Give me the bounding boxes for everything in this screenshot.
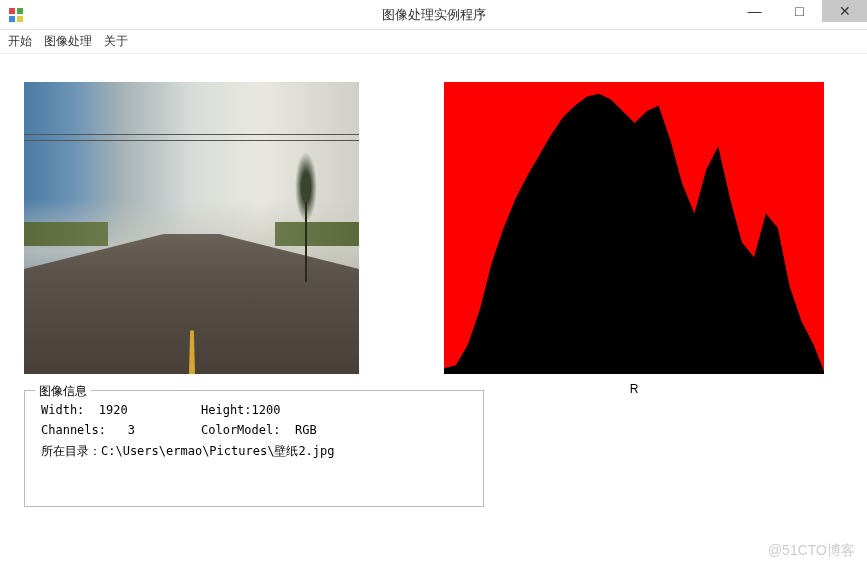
close-button[interactable]: ✕	[822, 0, 867, 22]
menu-image-process[interactable]: 图像处理	[44, 33, 92, 50]
histogram-chart	[444, 82, 824, 374]
channels-label: Channels:	[41, 423, 106, 437]
width-label: Width:	[41, 403, 84, 417]
right-column: R	[444, 82, 824, 507]
info-channels: Channels: 3	[41, 423, 201, 437]
menubar: 开始 图像处理 关于	[0, 30, 867, 54]
window-controls: — □ ✕	[732, 0, 867, 22]
titlebar: 图像处理实例程序 — □ ✕	[0, 0, 867, 30]
watermark: @51CTO博客	[768, 542, 855, 560]
image-info-group: 图像信息 Width: 1920 Height:1200 Channels: 3	[24, 390, 484, 507]
menu-start[interactable]: 开始	[8, 33, 32, 50]
height-value: 1200	[252, 403, 281, 417]
width-value: 1920	[99, 403, 128, 417]
dir-value: C:\Users\ermao\Pictures\壁纸2.jpg	[101, 444, 335, 458]
info-directory: 所在目录：C:\Users\ermao\Pictures\壁纸2.jpg	[41, 443, 467, 460]
channels-value: 3	[128, 423, 135, 437]
source-image	[24, 82, 359, 374]
minimize-button[interactable]: —	[732, 0, 777, 22]
info-colormodel: ColorModel: RGB	[201, 423, 361, 437]
svg-rect-0	[9, 8, 15, 14]
info-width: Width: 1920	[41, 403, 201, 417]
colormodel-label: ColorModel:	[201, 423, 280, 437]
dir-label: 所在目录：	[41, 444, 101, 458]
maximize-button[interactable]: □	[777, 0, 822, 22]
svg-rect-3	[17, 16, 23, 22]
svg-rect-2	[9, 16, 15, 22]
app-icon	[8, 7, 24, 23]
left-column: 图像信息 Width: 1920 Height:1200 Channels: 3	[24, 82, 404, 507]
histogram-label: R	[444, 382, 824, 396]
height-label: Height:	[201, 403, 252, 417]
menu-about[interactable]: 关于	[104, 33, 128, 50]
info-height: Height:1200	[201, 403, 361, 417]
content-area: 图像信息 Width: 1920 Height:1200 Channels: 3	[0, 54, 867, 507]
window-title: 图像处理实例程序	[382, 6, 486, 24]
info-legend: 图像信息	[35, 383, 91, 400]
app-window: 图像处理实例程序 — □ ✕ 开始 图像处理 关于 图像信息	[0, 0, 867, 570]
svg-rect-1	[17, 8, 23, 14]
colormodel-value: RGB	[295, 423, 317, 437]
